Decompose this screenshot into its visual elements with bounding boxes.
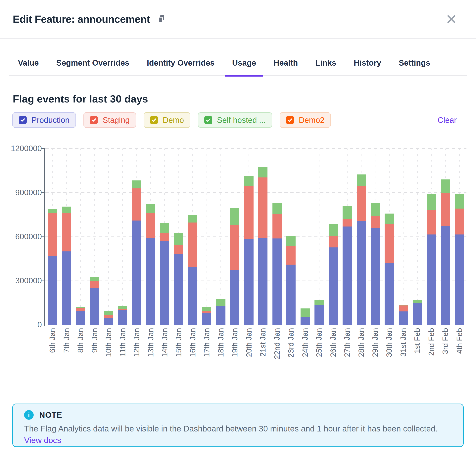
bar-segment-staging	[343, 219, 352, 227]
bar-segment-self-hosted	[48, 209, 57, 213]
x-tick-label: 25th Jan	[315, 328, 323, 357]
chart-bar	[104, 311, 113, 325]
bar-segment-self-hosted	[132, 181, 141, 189]
tab-value[interactable]: Value	[9, 50, 48, 75]
bar-segment-production	[427, 235, 436, 325]
environment-filter-row: ProductionStagingDemoSelf hosted ...Demo…	[12, 112, 457, 128]
bar-segment-staging	[329, 236, 338, 247]
x-tick-label: 24th Jan	[301, 328, 309, 357]
bar-segment-staging	[202, 311, 211, 313]
v-gridline	[206, 149, 207, 325]
env-filter-label: Demo	[163, 116, 184, 125]
bar-segment-self-hosted	[90, 277, 99, 281]
bar-segment-production	[371, 228, 380, 325]
chart-bar	[385, 213, 394, 325]
bar-segment-production	[329, 247, 338, 325]
y-axis-tick	[41, 325, 44, 325]
x-tick-label: 8th Jan	[76, 328, 85, 353]
y-tick-label: 1200000	[6, 144, 42, 153]
tab-history[interactable]: History	[345, 50, 390, 75]
v-gridline	[417, 149, 418, 325]
note-panel: i NOTE The Flag Analytics data will be v…	[12, 404, 464, 447]
chart-bar	[371, 203, 380, 325]
x-tick-label: 21st Jan	[258, 328, 267, 357]
bar-segment-self-hosted	[118, 306, 127, 309]
bar-segment-staging	[455, 209, 464, 235]
chart-bar	[132, 181, 141, 325]
bar-segment-self-hosted	[371, 203, 380, 216]
chart-bar	[76, 307, 85, 325]
chart-bar	[441, 180, 450, 325]
copy-icon[interactable]	[157, 14, 166, 24]
bar-segment-staging	[357, 186, 366, 221]
h-gridline	[45, 192, 466, 193]
bar-segment-production	[76, 311, 85, 325]
chart-bar	[315, 300, 324, 325]
tab-settings[interactable]: Settings	[390, 50, 439, 75]
checkbox-checked-icon[interactable]	[286, 116, 294, 124]
bar-segment-staging	[272, 214, 282, 238]
checkbox-checked-icon[interactable]	[19, 116, 27, 124]
bar-segment-production	[174, 254, 183, 325]
chart-bar	[62, 207, 71, 325]
x-tick-label: 17th Jan	[202, 328, 211, 357]
bar-segment-production	[272, 238, 282, 325]
bar-segment-production	[230, 270, 239, 325]
v-gridline	[445, 149, 446, 325]
tab-identity-overrides[interactable]: Identity Overrides	[138, 50, 223, 75]
bar-segment-production	[315, 305, 324, 325]
env-filter-production[interactable]: Production	[12, 112, 76, 128]
env-filter-staging[interactable]: Staging	[83, 112, 136, 128]
chart-bar	[357, 174, 366, 325]
bar-segment-self-hosted	[62, 207, 71, 213]
y-tick-label: 0	[6, 320, 42, 329]
v-gridline	[108, 149, 109, 325]
h-gridline	[45, 236, 466, 237]
v-gridline	[80, 149, 81, 325]
note-title: NOTE	[39, 410, 62, 419]
usage-heading: Flag events for last 30 days	[13, 93, 148, 105]
bar-segment-staging	[216, 306, 226, 306]
bar-segment-staging	[427, 210, 436, 235]
x-tick-label: 3rd Feb	[441, 328, 450, 354]
tab-segment-overrides[interactable]: Segment Overrides	[48, 50, 138, 75]
view-docs-link[interactable]: View docs	[24, 436, 61, 445]
bar-segment-staging	[286, 246, 296, 265]
x-tick-label: 26th Jan	[329, 328, 337, 357]
bar-segment-self-hosted	[160, 223, 169, 233]
tab-usage[interactable]: Usage	[223, 50, 265, 75]
close-icon[interactable]	[446, 14, 457, 25]
bar-segment-staging	[146, 213, 155, 238]
bar-segment-staging	[104, 315, 113, 318]
x-tick-label: 22nd Jan	[273, 328, 281, 359]
checkbox-checked-icon[interactable]	[150, 116, 158, 124]
bar-segment-self-hosted	[441, 180, 450, 193]
x-tick-label: 4th Feb	[455, 328, 464, 354]
x-tick-label: 14th Jan	[160, 328, 169, 357]
bar-segment-production	[286, 265, 296, 325]
tab-links[interactable]: Links	[307, 50, 345, 75]
chart-bar	[427, 194, 436, 325]
bar-segment-staging	[62, 213, 71, 251]
env-filter-label: Demo2	[299, 116, 324, 125]
clear-filters-link[interactable]: Clear	[438, 116, 457, 125]
bar-segment-staging	[76, 308, 85, 311]
env-filter-demo[interactable]: Demo	[144, 112, 190, 128]
v-gridline	[136, 149, 137, 325]
chart-bar	[455, 194, 464, 325]
x-tick-label: 11th Jan	[118, 328, 127, 356]
bar-segment-self-hosted	[286, 236, 296, 246]
v-gridline	[403, 149, 403, 325]
checkbox-checked-icon[interactable]	[90, 116, 98, 124]
bar-segment-staging	[188, 222, 197, 267]
chart-bar	[146, 204, 155, 325]
x-tick-label: 23rd Jan	[287, 328, 295, 357]
v-gridline	[375, 149, 375, 325]
env-filter-demo2[interactable]: Demo2	[280, 112, 331, 128]
tab-health[interactable]: Health	[265, 50, 307, 75]
checkbox-checked-icon[interactable]	[204, 116, 212, 124]
env-filter-self-hosted[interactable]: Self hosted ...	[198, 112, 272, 128]
chart-bar	[343, 206, 352, 325]
bar-segment-production	[202, 313, 211, 325]
chart-bar	[90, 277, 99, 325]
